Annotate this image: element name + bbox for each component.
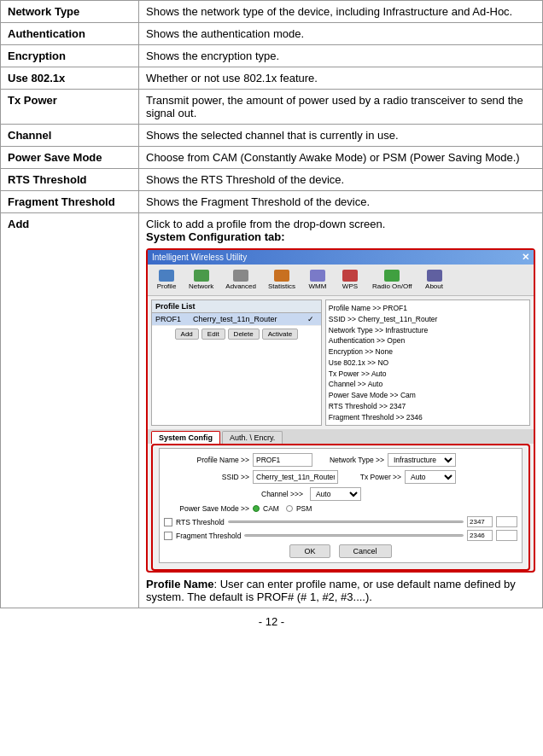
close-icon[interactable]: ✕ [522,252,529,263]
fragment-slider[interactable] [244,534,464,537]
label-add: Add [1,213,139,608]
psm-radio-dot [286,505,293,512]
profile-note: Profile Name: User can enter profile nam… [146,578,535,603]
table-row: Fragment Threshold Shows the Fragment Th… [1,191,543,213]
network-type-select[interactable]: Infrastructure [388,453,456,467]
profile-icon [159,270,174,282]
ok-button[interactable]: OK [289,544,330,558]
toolbar-statistics-label: Statistics [268,282,295,290]
detail-line-10: RTS Threshold >> 2347 [329,401,527,412]
cancel-button[interactable]: Cancel [339,544,392,558]
toolbar-radio-label: Radio On/Off [372,282,412,290]
tab-system-config[interactable]: System Config [151,431,220,444]
screenshot-tabs: System Config Auth. \ Encry. [148,429,534,444]
about-icon [427,270,442,282]
psm-radio-label[interactable]: PSM [286,504,312,513]
desc-use-8021x: Whether or not use 802.1x feature. [139,67,543,90]
profile-list-header: Profile List [152,300,321,313]
activate-profile-button[interactable]: Activate [262,329,298,340]
table-row: Tx Power Transmit power, the amount of p… [1,90,543,125]
toolbar-profile-button[interactable]: Profile [151,267,182,293]
channel-value-label: Channel >>> [261,490,303,498]
table-row-add: Add Click to add a profile from the drop… [1,213,543,608]
form-row-ssid: SSID >> Tx Power >> Auto [164,470,517,484]
desc-tx-power: Transmit power, the amount of power used… [139,90,543,125]
table-row: Channel Shows the selected channel that … [1,125,543,147]
fragment-value-input2[interactable] [496,530,517,541]
label-tx-power: Tx Power [1,90,139,125]
toolbar-radio-button[interactable]: Radio On/Off [367,267,417,293]
profile-check-icon: ✓ [304,315,318,323]
edit-profile-button[interactable]: Edit [201,329,225,340]
rts-slider[interactable] [228,520,464,523]
profile-name-input[interactable] [253,453,312,467]
toolbar-network-label: Network [189,282,213,290]
add-profile-button[interactable]: Add [175,329,199,340]
table-row: Encryption Shows the encryption type. [1,45,543,67]
profile-list-panel: Profile List PROF1 Cherry_test_11n_Route… [151,299,322,426]
ssid-input[interactable] [253,470,338,484]
toolbar-network-button[interactable]: Network [184,267,219,293]
channel-select[interactable]: Auto [310,487,361,501]
page-number: - 12 - [259,615,284,628]
rts-threshold-row: RTS Threshold [164,516,517,527]
screenshot-body: Profile List PROF1 Cherry_test_11n_Route… [148,296,534,429]
table-row: Network Type Shows the network type of t… [1,1,543,23]
toolbar-profile-label: Profile [157,282,177,290]
profile-name: PROF1 [155,315,190,323]
label-rts-threshold: RTS Threshold [1,169,139,191]
desc-encryption: Shows the encryption type. [139,45,543,67]
power-save-radio-group: CAM PSM [253,504,312,513]
toolbar-advanced-button[interactable]: Advanced [220,267,261,293]
form-row-power-save: Power Save Mode >> CAM PSM [164,504,517,513]
label-authentication: Authentication [1,23,139,45]
profile-detail-panel: Profile Name >> PROF1 SSID >> Cherry_tes… [325,299,530,426]
toolbar-wmm-button[interactable]: WMM [302,267,333,293]
toolbar-wps-label: WPS [342,282,358,290]
fragment-checkbox[interactable] [164,532,172,540]
form-buttons: OK Cancel [164,544,517,558]
wps-icon [342,270,358,282]
radio-onoff-icon [384,270,400,282]
add-desc-text: Click to add a profile from the drop-dow… [146,218,385,230]
cam-radio-label[interactable]: CAM [253,504,279,513]
label-power-save: Power Save Mode [1,147,139,169]
list-item[interactable]: PROF1 Cherry_test_11n_Router ✓ [152,313,321,326]
profile-note-bold: Profile Name [146,578,213,590]
detail-line-7: Tx Power >> Auto [329,369,527,380]
table-row: Power Save Mode Choose from CAM (Constan… [1,147,543,169]
detail-line-4: Authentication >> Open [329,335,527,346]
network-icon [194,270,209,282]
wmm-icon [310,270,325,282]
page-wrapper: Network Type Shows the network type of t… [0,0,543,635]
screenshot-titlebar: Intelligent Wireless Utility ✕ [148,250,534,265]
screenshot-title: Intelligent Wireless Utility [152,253,247,262]
detail-line-11: Fragment Threshold >> 2346 [329,412,527,423]
cam-label: CAM [263,504,279,513]
label-use-8021x: Use 802.1x [1,67,139,90]
rts-value-input[interactable] [467,516,493,527]
desc-authentication: Shows the authentication mode. [139,23,543,45]
rts-label: RTS Threshold [176,518,225,526]
statistics-icon [274,270,289,282]
toolbar-wps-button[interactable]: WPS [335,267,365,293]
rts-checkbox[interactable] [164,518,172,526]
toolbar-wmm-label: WMM [309,282,327,290]
tx-power-select[interactable]: Auto [405,470,456,484]
tab-content: Profile Name >> Network Type >> Infrastr… [159,448,523,563]
rts-value-input2[interactable] [496,516,517,527]
form-row-channel: Channel >>> Auto [164,487,517,501]
detail-line-5: Encryption >> None [329,346,527,358]
toolbar-about-button[interactable]: About [419,267,450,293]
label-network-type: Network Type [1,1,139,23]
desc-channel: Shows the selected channel that is curre… [139,125,543,147]
fragment-value-input[interactable] [467,530,493,541]
form-row-profile: Profile Name >> Network Type >> Infrastr… [164,453,517,467]
detail-line-6: Use 802.1x >> NO [329,358,527,369]
main-table: Network Type Shows the network type of t… [0,0,543,608]
tab-auth-encry[interactable]: Auth. \ Encry. [222,431,283,444]
desc-network-type: Shows the network type of the device, in… [139,1,543,23]
tx-power-label: Tx Power >> [342,473,401,481]
delete-profile-button[interactable]: Delete [228,329,260,340]
toolbar-statistics-button[interactable]: Statistics [263,267,301,293]
